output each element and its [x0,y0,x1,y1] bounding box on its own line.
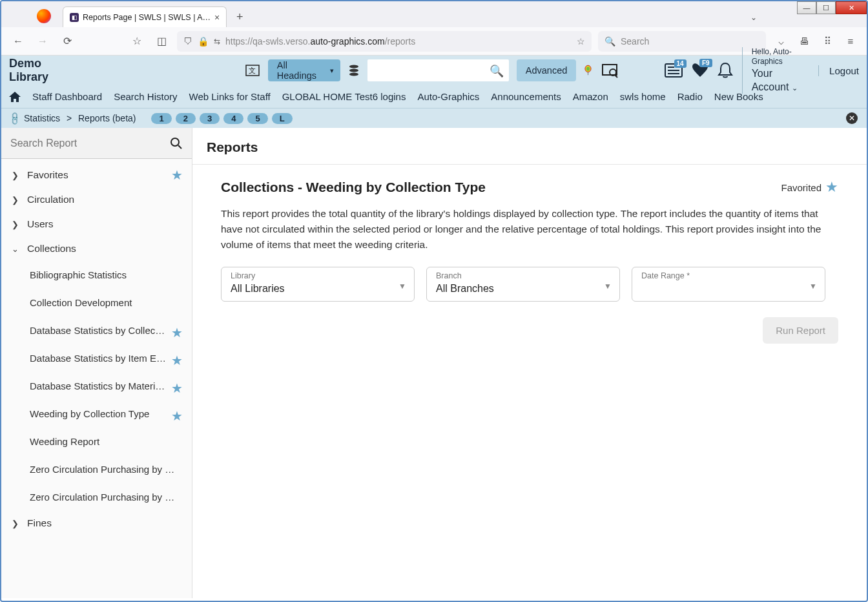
sidebar-subitem-label: Weeding by Collection Type [30,408,149,419]
filter-library[interactable]: Library All Libraries ▼ [221,267,415,302]
permissions-icon: ⇆ [214,37,220,46]
sidebar-item-label: Users [27,218,53,230]
sidebar-subitem-db-material[interactable]: Database Statistics by Material Ty…★ [1,372,192,400]
header-icons: 14 F9 Hello, Auto-Graphics Your Account … [584,47,859,94]
account-menu[interactable]: Hello, Auto-Graphics Your Account ⌄ [742,47,803,94]
sidebar-item-label: Collections [27,243,76,254]
nav-auto-graphics[interactable]: Auto-Graphics [417,91,479,102]
favorited-badge[interactable]: Favorited ★ [781,179,838,196]
notifications-icon[interactable] [718,62,733,79]
new-tab-button[interactable]: + [231,8,249,26]
star-icon[interactable]: ★ [171,408,183,424]
svg-point-6 [586,67,590,71]
sidebar-subitem-weeding-report[interactable]: Weeding Report [1,428,192,455]
app-header: Demo Library 文 All Headings 🔍 Advanced 1… [1,56,867,85]
sidebar-subitem-label: Zero Circulation Purchasing by Materi… [30,492,192,503]
report-title: Collections - Weeding by Collection Type [221,180,486,195]
tab-close-icon[interactable]: × [214,12,220,23]
sidebar-subitem-zero-circ-collect[interactable]: Zero Circulation Purchasing by Collect… [1,455,192,483]
tabs-dropdown-icon[interactable]: ⌄ [750,13,757,22]
search-icon[interactable] [170,137,183,150]
dropdown-icon: ▼ [398,282,406,291]
site-favicon-icon: ◧ [70,13,79,22]
crumb-statistics[interactable]: Statistics [24,113,60,123]
content-header: Reports [192,128,867,165]
filter-branch[interactable]: Branch All Branches ▼ [426,267,620,302]
forward-button[interactable]: → [34,32,52,50]
chevron-right-icon: ❯ [12,195,19,205]
language-icon[interactable]: 文 [245,62,260,79]
bookmark-page-icon[interactable]: ☆ [577,36,585,47]
chevron-down-icon: ⌄ [792,84,798,92]
window-controls: — ☐ ✕ [797,1,867,14]
url-text: https://qa-swls.verso.auto-graphics.com/… [225,36,415,47]
sidebar-item-fines[interactable]: ❯ Fines [1,511,192,535]
sidebar-item-favorites[interactable]: ❯ Favorites ★ [1,163,192,187]
balloon-icon[interactable] [584,63,592,78]
run-report-button[interactable]: Run Report [763,317,838,344]
advanced-search-button[interactable]: Advanced [517,59,577,81]
sidebar-subitem-collection-dev[interactable]: Collection Development [1,289,192,317]
chevron-right-icon: ❯ [12,171,19,180]
star-icon[interactable]: ★ [171,353,183,368]
sidebar-subitem-db-collection[interactable]: Database Statistics by Collection …★ [1,317,192,344]
page-pill-4[interactable]: 4 [223,113,243,124]
headings-dropdown[interactable]: All Headings [268,59,341,81]
container-icon[interactable]: ◫ [152,32,170,50]
filter-date-range[interactable]: Date Range * ▼ [632,267,825,302]
catalog-search-input[interactable] [367,59,509,81]
report-description: This report provides the total quantity … [221,206,838,253]
search-report-input[interactable] [10,138,165,149]
shield-icon: ⛉ [183,36,192,47]
nav-web-links[interactable]: Web Links for Staff [189,91,271,102]
home-icon[interactable] [9,92,21,102]
sidebar-subitem-zero-circ-material[interactable]: Zero Circulation Purchasing by Materi… [1,483,192,511]
logout-link[interactable]: Logout [818,65,859,76]
star-icon: ★ [825,179,838,196]
chevron-right-icon: ❯ [12,220,19,229]
star-icon[interactable]: ★ [171,380,183,396]
sidebar-item-users[interactable]: ❯ Users [1,212,192,236]
page-pill-5[interactable]: 5 [247,113,267,124]
sidebar-item-circulation[interactable]: ❯ Circulation [1,187,192,212]
catalog-search-wrap: 🔍 [367,59,509,81]
star-icon[interactable]: ★ [171,167,183,183]
chevron-down-icon: ⌄ [12,244,19,254]
sidebar-subitem-weeding-type[interactable]: Weeding by Collection Type★ [1,400,192,428]
sidebar-item-collections[interactable]: ⌄ Collections [1,236,192,261]
window-close[interactable]: ✕ [836,1,867,14]
lock-icon: 🔒 [198,36,209,47]
bookmark-star-icon[interactable]: ☆ [128,32,146,50]
nav-search-history[interactable]: Search History [114,91,177,102]
browser-tab[interactable]: ◧ Reports Page | SWLS | SWLS | A… × [63,6,227,27]
page-pill-last[interactable]: L [272,113,293,124]
page-title: Reports [207,140,852,155]
star-icon[interactable]: ★ [171,325,183,340]
crumb-reports[interactable]: Reports (beta) [78,113,136,123]
news-badge: 14 [674,59,687,68]
sidebar-subitem-db-item-except[interactable]: Database Statistics by Item Except…★ [1,344,192,372]
page-pill-2[interactable]: 2 [176,113,196,124]
nav-staff-dashboard[interactable]: Staff Dashboard [32,91,102,102]
nav-global-home[interactable]: GLOBAL HOME Test6 logins [282,91,406,102]
window-minimize[interactable]: — [797,1,816,14]
reload-button[interactable]: ⟳ [58,32,76,50]
link-icon: 🔗 [7,110,22,125]
inspect-icon[interactable] [601,62,618,79]
sidebar: ❯ Favorites ★ ❯ Circulation ❯ Users ⌄ Co… [1,128,192,598]
address-bar[interactable]: ⛉ 🔒 ⇆ https://qa-swls.verso.auto-graphic… [177,31,592,52]
filter-value: All Branches [436,283,610,295]
page-pill-3[interactable]: 3 [200,113,220,124]
nav-announcements[interactable]: Announcements [491,91,561,102]
database-icon[interactable] [348,64,359,77]
news-icon-wrap[interactable]: 14 [665,63,683,78]
window-maximize[interactable]: ☐ [816,1,836,14]
favorites-icon-wrap[interactable]: F9 [692,63,708,78]
filter-label: Date Range * [641,271,816,280]
back-button[interactable]: ← [9,32,27,50]
sidebar-subitem-bibliographic[interactable]: Bibliographic Statistics [1,261,192,289]
favorites-badge: F9 [699,59,712,67]
page-pill-1[interactable]: 1 [151,113,171,124]
search-icon[interactable]: 🔍 [490,64,504,78]
close-panel-icon[interactable]: ✕ [846,112,858,124]
